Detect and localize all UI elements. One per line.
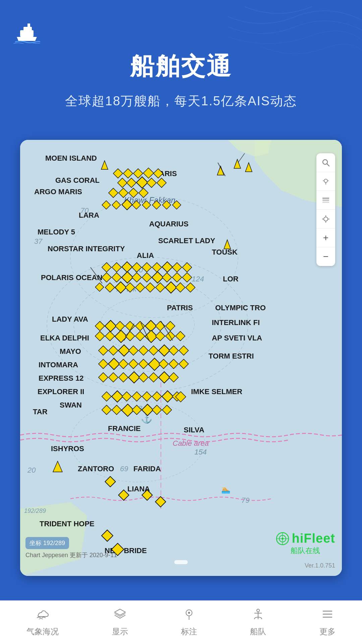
nav-fleet[interactable]: 船队 [250,608,266,637]
svg-text:TRIDENT HOPE: TRIDENT HOPE [40,520,95,528]
svg-point-209 [257,609,259,612]
svg-text:OLYMPIC TRO: OLYMPIC TRO [215,304,266,312]
svg-text:AQUARIUS: AQUARIUS [149,220,188,228]
nav-weather[interactable]: 气象海况 [26,608,59,637]
svg-text:MELODY 5: MELODY 5 [38,228,75,236]
svg-text:Cable area: Cable area [173,439,209,447]
svg-point-204 [282,538,284,540]
svg-text:SILVA: SILVA [184,426,204,434]
svg-rect-2 [23,27,32,32]
anchor-nav-icon [252,608,264,624]
page-subtitle: 全球超18万艘船，每天1.5亿条AIS动态 [13,93,349,110]
svg-text:79: 79 [241,496,249,504]
svg-text:SWAN: SWAN [60,401,82,409]
crosshair-button[interactable] [316,210,335,228]
svg-text:MAYO: MAYO [60,347,81,356]
zoom-out-label: − [323,251,328,262]
svg-text:IMKE SELMER: IMKE SELMER [191,387,242,396]
header: 船舶交通 全球超18万艘船，每天1.5亿条AIS动态 [0,0,362,140]
bottom-navigation: 气象海况 显示 标注 [0,600,362,644]
svg-text:FRANCIE: FRANCIE [108,424,141,433]
svg-text:SCARLET LADY: SCARLET LADY [158,236,215,245]
location-button[interactable] [316,172,335,191]
svg-text:EXPRESS 12: EXPRESS 12 [39,374,84,382]
svg-text:TORM ESTRI: TORM ESTRI [208,352,254,360]
svg-text:AP SVETI VLA: AP SVETI VLA [212,334,262,342]
svg-text:ISHYROS: ISHYROS [51,444,84,453]
svg-rect-193 [322,200,329,201]
svg-text:NORSTAR INTEGRITY: NORSTAR INTEGRITY [48,245,125,253]
svg-text:MOEN ISLAND: MOEN ISLAND [45,154,97,162]
svg-rect-194 [322,202,329,203]
svg-text:TAR: TAR [33,408,48,416]
pin-nav-icon [183,608,195,624]
svg-line-190 [327,164,329,166]
zoom-level-display [174,560,188,564]
svg-text:FARIDA: FARIDA [133,465,161,473]
svg-rect-192 [322,198,329,199]
svg-text:🏊: 🏊 [221,485,231,494]
svg-text:154: 154 [194,448,207,456]
svg-text:POLARIS OCEAN: POLARIS OCEAN [41,273,102,282]
svg-text:ZANTORO: ZANTORO [78,465,114,473]
nav-display-label: 显示 [112,626,128,637]
svg-text:INTOMARA: INTOMARA [39,361,78,369]
svg-point-207 [188,612,190,614]
svg-text:124: 124 [192,275,204,283]
svg-text:LOR: LOR [223,275,239,283]
svg-point-195 [324,217,328,221]
svg-text:GAS CORAL: GAS CORAL [55,176,100,184]
chart-source-text: Chart Jeppesen 更新于 2020-9-11 [25,552,117,558]
zoom-in-label: + [323,232,328,243]
map-controls-panel: + − [316,153,335,266]
map-background: ⚓ 🏊 70 37 90 124 77 Wk 93 69 154 192/289… [20,140,342,576]
nav-fleet-label: 船队 [250,626,266,637]
svg-text:20: 20 [27,466,36,474]
svg-text:INTERLINK FI: INTERLINK FI [212,318,260,327]
hifleet-subtitle: 船队在线 [291,546,320,556]
version-label: Ver.1.0.751 [305,562,335,569]
nav-weather-label: 气象海况 [26,626,59,637]
ship-icon [13,20,40,44]
svg-text:LARA: LARA [79,211,99,219]
nav-display[interactable]: 显示 [112,608,128,637]
svg-text:LADY AVA: LADY AVA [52,315,88,323]
svg-text:PATRIS: PATRIS [167,304,193,312]
svg-text:192/289: 192/289 [24,507,46,514]
svg-text:ALIA: ALIA [137,251,154,260]
coordinates-text: 坐标 192/289 [29,540,65,546]
svg-text:ARGO MARIS: ARGO MARIS [34,187,82,196]
layers-nav-icon [114,608,126,624]
svg-text:ELKA DELPHI: ELKA DELPHI [40,334,89,342]
map-container[interactable]: ⚓ 🏊 70 37 90 124 77 Wk 93 69 154 192/289… [20,140,342,576]
nav-annotation[interactable]: 标注 [181,608,197,637]
zoom-out-button[interactable]: − [316,247,335,266]
hifleet-icon [276,532,289,545]
hifleet-name: hiFleet [292,531,335,546]
svg-point-191 [324,179,327,182]
search-button[interactable] [316,153,335,172]
coordinates-overlay: 坐标 192/289 [25,537,69,549]
weather-icon [36,608,49,624]
svg-text:69: 69 [120,465,128,473]
layers-button[interactable] [316,191,335,210]
nav-more[interactable]: 更多 [319,608,336,637]
menu-nav-icon [321,608,334,624]
nav-more-label: 更多 [319,626,336,637]
svg-marker-1 [17,37,37,41]
svg-rect-3 [27,23,30,28]
hifleet-logo: hiFleet 船队在线 [276,531,335,556]
nav-annotation-label: 标注 [181,626,197,637]
svg-text:EXPLORER II: EXPLORER II [38,387,84,396]
zoom-in-button[interactable]: + [316,228,335,247]
svg-text:37: 37 [34,237,43,246]
chart-source-label: Chart Jeppesen 更新于 2020-9-11 [25,551,117,559]
